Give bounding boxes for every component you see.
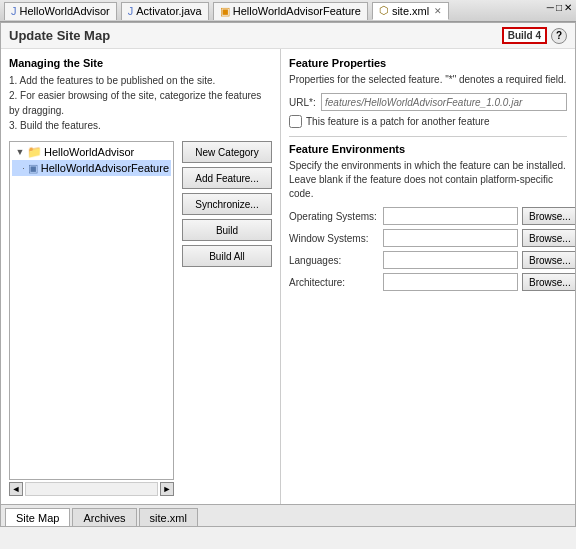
window-controls: ─ □ ✕ bbox=[547, 2, 572, 13]
bottom-tabs: Site Map Archives site.xml bbox=[1, 504, 575, 526]
close-window-icon[interactable]: ✕ bbox=[564, 2, 572, 13]
maximize-icon[interactable]: □ bbox=[556, 2, 562, 13]
buttons-panel: New Category Add Feature... Synchronize.… bbox=[178, 141, 272, 496]
content-split: Managing the Site 1. Add the features to… bbox=[1, 49, 575, 504]
tree-scrollbar: ◄ ► bbox=[9, 482, 174, 496]
lang-label: Languages: bbox=[289, 255, 379, 266]
add-feature-button[interactable]: Add Feature... bbox=[182, 167, 272, 189]
arch-input[interactable] bbox=[383, 273, 518, 291]
lang-input[interactable] bbox=[383, 251, 518, 269]
tree-node-label: HelloWorldAdvisor bbox=[44, 146, 134, 158]
url-row: URL*: bbox=[289, 93, 567, 111]
patch-label: This feature is a patch for another feat… bbox=[306, 116, 489, 127]
os-input[interactable] bbox=[383, 207, 518, 225]
right-panel: Feature Properties Properties for the se… bbox=[281, 49, 575, 504]
scrollbar-track[interactable] bbox=[25, 482, 158, 496]
left-content: ▼ 📁 HelloWorldAdvisor · ▣ HelloWorldAdvi… bbox=[9, 141, 272, 496]
scroll-left-btn[interactable]: ◄ bbox=[9, 482, 23, 496]
tab-close-icon[interactable]: ✕ bbox=[434, 6, 442, 16]
patch-checkbox[interactable] bbox=[289, 115, 302, 128]
build-button[interactable]: Build bbox=[182, 219, 272, 241]
instructions: 1. Add the features to be published on t… bbox=[9, 73, 272, 133]
tree-area[interactable]: ▼ 📁 HelloWorldAdvisor · ▣ HelloWorldAdvi… bbox=[9, 141, 174, 480]
tab-hello-world-feature[interactable]: ▣ HelloWorldAdvisorFeature bbox=[213, 2, 368, 20]
toolbar-right: Build 4 ? bbox=[502, 27, 567, 44]
url-input[interactable] bbox=[321, 93, 567, 111]
xml-file-icon: ⬡ bbox=[379, 4, 389, 17]
editor-title: Update Site Map bbox=[9, 28, 110, 43]
minimize-icon[interactable]: ─ bbox=[547, 2, 554, 13]
tree-node-feature-label: HelloWorldAdvisorFeature bbox=[41, 162, 169, 174]
bottom-tab-site-map[interactable]: Site Map bbox=[5, 508, 70, 526]
managing-site-title: Managing the Site bbox=[9, 57, 272, 69]
feature-environments-desc: Specify the environments in which the fe… bbox=[289, 159, 567, 201]
editor-area: Update Site Map Build 4 ? Managing the S… bbox=[0, 22, 576, 527]
build-badge[interactable]: Build 4 bbox=[502, 27, 547, 44]
os-browse-button[interactable]: Browse... bbox=[522, 207, 575, 225]
tree-node-hello-world-feature[interactable]: · ▣ HelloWorldAdvisorFeature bbox=[12, 160, 171, 176]
feature-properties-desc: Properties for the selected feature. "*"… bbox=[289, 73, 567, 87]
feature-properties-section: Feature Properties Properties for the se… bbox=[289, 57, 567, 128]
patch-row: This feature is a patch for another feat… bbox=[289, 115, 567, 128]
synchronize-button[interactable]: Synchronize... bbox=[182, 193, 272, 215]
url-label: URL*: bbox=[289, 97, 317, 108]
arch-row: Architecture: Browse... bbox=[289, 273, 567, 291]
ws-browse-button[interactable]: Browse... bbox=[522, 229, 575, 247]
tree-node-hello-world-advisor[interactable]: ▼ 📁 HelloWorldAdvisor bbox=[12, 144, 171, 160]
arch-label: Architecture: bbox=[289, 277, 379, 288]
title-bar: J HelloWorldAdvisor J Activator.java ▣ H… bbox=[0, 0, 576, 22]
os-row: Operating Systems: Browse... bbox=[289, 207, 567, 225]
bottom-tab-archives[interactable]: Archives bbox=[72, 508, 136, 526]
feature-environments-title: Feature Environments bbox=[289, 143, 567, 155]
feature-environments-section: Feature Environments Specify the environ… bbox=[289, 143, 567, 291]
bottom-tab-site-xml[interactable]: site.xml bbox=[139, 508, 198, 526]
ws-label: Window Systems: bbox=[289, 233, 379, 244]
scroll-right-btn[interactable]: ► bbox=[160, 482, 174, 496]
ws-input[interactable] bbox=[383, 229, 518, 247]
java-file-icon2: J bbox=[128, 5, 134, 17]
arch-browse-button[interactable]: Browse... bbox=[522, 273, 575, 291]
main-area: J HelloWorldAdvisor J Activator.java ▣ H… bbox=[0, 0, 576, 527]
feature-properties-title: Feature Properties bbox=[289, 57, 567, 69]
lang-browse-button[interactable]: Browse... bbox=[522, 251, 575, 269]
left-panel: Managing the Site 1. Add the features to… bbox=[1, 49, 281, 504]
java-file-icon: J bbox=[11, 5, 17, 17]
folder-icon: 📁 bbox=[27, 145, 41, 159]
tree-toggle-icon[interactable]: ▼ bbox=[14, 146, 26, 158]
divider bbox=[289, 136, 567, 137]
feature-file-icon: ▣ bbox=[220, 5, 230, 18]
tab-hello-world-advisor[interactable]: J HelloWorldAdvisor bbox=[4, 2, 117, 20]
editor-toolbar: Update Site Map Build 4 ? bbox=[1, 23, 575, 49]
help-button[interactable]: ? bbox=[551, 28, 567, 44]
tab-activator-java[interactable]: J Activator.java bbox=[121, 2, 209, 20]
os-label: Operating Systems: bbox=[289, 211, 379, 222]
tree-leaf-icon: · bbox=[20, 162, 26, 174]
new-category-button[interactable]: New Category bbox=[182, 141, 272, 163]
lang-row: Languages: Browse... bbox=[289, 251, 567, 269]
tab-site-xml[interactable]: ⬡ site.xml ✕ bbox=[372, 2, 449, 20]
feature-icon: ▣ bbox=[28, 161, 38, 175]
tree-column: ▼ 📁 HelloWorldAdvisor · ▣ HelloWorldAdvi… bbox=[9, 141, 174, 496]
ws-row: Window Systems: Browse... bbox=[289, 229, 567, 247]
build-all-button[interactable]: Build All bbox=[182, 245, 272, 267]
